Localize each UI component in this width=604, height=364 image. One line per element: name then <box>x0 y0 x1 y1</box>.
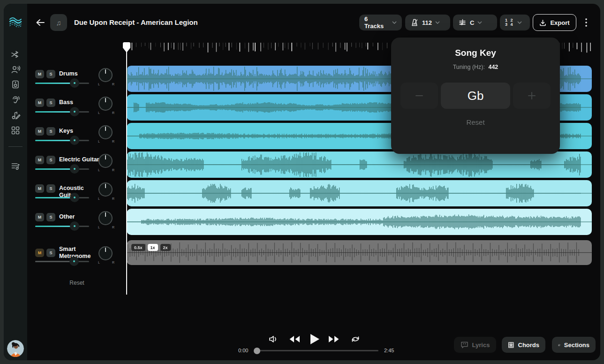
mute-button[interactable]: M <box>35 127 44 136</box>
key-plus-button[interactable] <box>513 83 551 109</box>
playhead-line[interactable] <box>126 42 127 295</box>
mute-button[interactable]: M <box>35 99 44 107</box>
apps-grid-icon[interactable] <box>10 125 21 136</box>
volume-handle[interactable] <box>70 164 79 174</box>
solo-button[interactable]: S <box>46 184 55 193</box>
song-key-popup: Song Key Tuning (Hz): 442 Gb Reset <box>391 38 560 154</box>
volume-slider[interactable] <box>35 111 89 113</box>
track-lane-electric-guitar[interactable] <box>127 152 592 178</box>
solo-button[interactable]: S <box>46 99 55 107</box>
export-button[interactable]: Export <box>533 14 576 31</box>
mute-button[interactable]: M <box>35 156 44 164</box>
sidebar-divider <box>8 146 23 147</box>
volume-handle[interactable] <box>70 136 79 145</box>
track-lane-other[interactable] <box>127 209 592 235</box>
track-name: Bass <box>59 99 100 106</box>
pan-knob[interactable] <box>98 97 113 111</box>
track-name: Electric Guitar <box>59 156 100 163</box>
play-button[interactable] <box>309 333 321 345</box>
volume-slider[interactable] <box>35 226 89 227</box>
setlist-icon[interactable] <box>10 161 21 171</box>
seek-handle[interactable] <box>254 348 260 354</box>
pan-knob[interactable] <box>98 125 113 139</box>
key-dropdown[interactable]: C <box>453 15 497 30</box>
volume-fill <box>35 197 75 198</box>
song-cover-icon: ♫ <box>50 14 67 31</box>
speed-chip-1x[interactable]: 1x <box>148 244 158 251</box>
key-value: C <box>470 19 474 26</box>
bpm-dropdown[interactable]: 112 <box>405 15 450 30</box>
mute-button[interactable]: M <box>35 184 44 193</box>
tracks-dropdown-label: 6 Tracks <box>364 15 389 30</box>
fast-forward-icon <box>328 335 340 343</box>
pan-knob[interactable] <box>98 182 113 197</box>
mixer-track-row: M S Smart Metronome L R <box>27 240 127 268</box>
track-lane-acoustic-guitar[interactable] <box>127 180 592 206</box>
sections-button[interactable]: Sections <box>552 337 596 353</box>
solo-button[interactable]: S <box>46 70 55 78</box>
mute-button[interactable]: M <box>35 70 44 78</box>
track-lane-smart-metronome[interactable]: 0.5x1x2x <box>127 240 592 265</box>
tuning-row: Tuning (Hz): 442 <box>391 64 560 70</box>
mixer-reset-button[interactable]: Reset <box>27 280 127 286</box>
lyrics-button[interactable]: Lyrics <box>454 337 496 353</box>
bpm-value: 112 <box>422 19 432 26</box>
volume-fill <box>35 83 75 84</box>
mute-button[interactable]: M <box>35 213 44 221</box>
more-options-button[interactable] <box>582 15 590 30</box>
solo-button[interactable]: S <box>46 213 55 221</box>
track-waveform <box>127 209 592 235</box>
loop-button[interactable] <box>349 333 362 345</box>
mixer-track-row: M S Bass L R <box>27 94 127 122</box>
volume-handle[interactable] <box>70 107 79 116</box>
key-reset-button[interactable]: Reset <box>391 118 560 126</box>
chevron-down-icon <box>392 21 397 24</box>
volume-slider[interactable] <box>35 168 89 170</box>
pan-knob[interactable] <box>98 246 113 260</box>
volume-slider[interactable] <box>35 83 89 84</box>
pan-left-label: L <box>98 83 100 86</box>
seek-bar[interactable] <box>255 350 378 351</box>
pitch-edit-icon[interactable] <box>10 110 21 121</box>
solo-button[interactable]: S <box>46 156 55 164</box>
chords-label: Chords <box>518 341 540 349</box>
time-signature-dropdown[interactable]: 1 2 3 4 <box>500 15 530 30</box>
volume-handle[interactable] <box>69 257 79 266</box>
pan-knob[interactable] <box>98 68 113 82</box>
user-avatar[interactable] <box>7 340 24 357</box>
ear-icon[interactable] <box>10 95 21 105</box>
mute-button[interactable]: M <box>35 249 44 257</box>
solo-button[interactable]: S <box>46 127 55 136</box>
amp-speaker-icon[interactable] <box>10 79 21 90</box>
volume-slider[interactable] <box>35 197 89 198</box>
voice-icon[interactable] <box>10 64 21 75</box>
key-minus-button[interactable] <box>400 83 438 109</box>
pan-knob[interactable] <box>98 154 113 168</box>
volume-handle[interactable] <box>70 221 79 231</box>
rewind-button[interactable] <box>288 333 301 345</box>
speed-chip-0.5x[interactable]: 0.5x <box>131 244 145 251</box>
volume-button[interactable] <box>267 333 279 345</box>
pan-left-label: L <box>98 261 100 264</box>
speed-chip-2x[interactable]: 2x <box>160 244 171 251</box>
chords-button[interactable]: Chords <box>502 337 545 353</box>
moises-logo-icon[interactable] <box>9 16 22 27</box>
mixer-track-row: M S Electric Guitar L R <box>27 152 127 180</box>
lyrics-label: Lyrics <box>472 341 490 349</box>
volume-slider[interactable] <box>35 261 89 262</box>
pan-right-label: R <box>112 168 114 172</box>
volume-slider[interactable] <box>35 140 89 141</box>
loop-icon <box>350 334 361 344</box>
pan-knob[interactable] <box>98 211 113 225</box>
track-name: Smart Metronome <box>59 246 100 260</box>
solo-button[interactable]: S <box>46 249 55 257</box>
volume-handle[interactable] <box>70 193 79 202</box>
volume-handle[interactable] <box>70 78 79 88</box>
volume-icon <box>268 334 279 344</box>
key-value-button[interactable]: Gb <box>441 83 510 109</box>
minus-icon <box>414 91 424 101</box>
forward-button[interactable] <box>328 333 340 345</box>
tracks-dropdown[interactable]: 6 Tracks <box>359 15 402 30</box>
back-button[interactable] <box>34 18 47 28</box>
splitter-icon[interactable] <box>10 49 21 60</box>
